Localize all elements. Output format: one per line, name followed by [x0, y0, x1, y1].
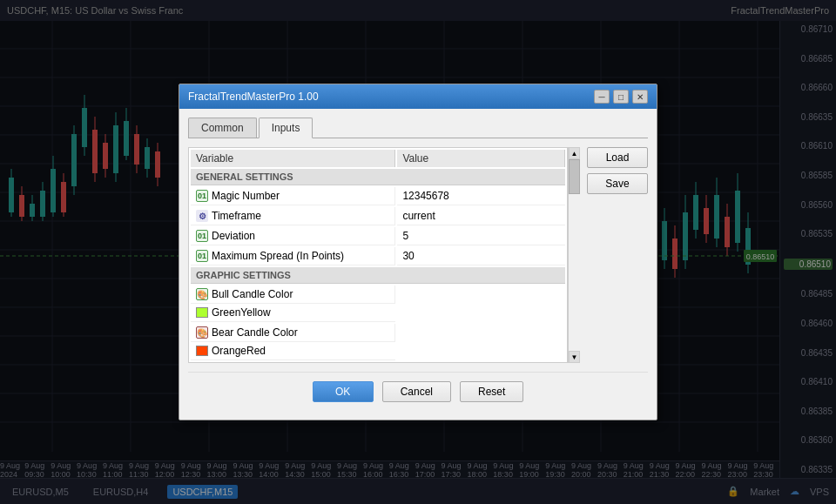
var-icon-palette2: 🎨 [196, 326, 208, 339]
side-buttons: Load Save [587, 147, 648, 363]
tab-common[interactable]: Common [188, 118, 257, 138]
bull-color-value: GreenYellow [212, 306, 271, 319]
bull-color-swatch [196, 307, 208, 318]
var-bear-candle: 🎨 Bear Candle Color [191, 324, 395, 342]
var-bull-candle: 🎨 Bull Candle Color [191, 286, 395, 304]
var-label-bull: Bull Candle Color [212, 288, 293, 300]
var-icon-01b: 01 [196, 230, 208, 242]
var-label-timeframe: Timeframe [212, 210, 261, 222]
var-max-spread: 01 Maximum Spread (In Points) [191, 247, 395, 265]
table-row: ⚙ Timeframe current [191, 207, 565, 225]
var-icon-palette1: 🎨 [196, 288, 208, 300]
var-icon-gear: ⚙ [196, 210, 208, 222]
dialog: FractalTrendMasterPro 1.00 ─ □ ✕ Common … [179, 84, 657, 420]
var-icon-01c: 01 [196, 250, 208, 262]
table-row: 01 Magic Number 12345678 [191, 187, 565, 205]
var-deviation: 01 Deviation [191, 227, 395, 245]
val-deviation[interactable]: 5 [397, 227, 565, 245]
settings-table: Variable Value GENERAL SETTINGS [188, 147, 568, 363]
var-label-magic-number: Magic Number [212, 190, 280, 202]
table-row: 🎨 Bull Candle Color GreenYellow [191, 286, 565, 322]
val-bear-candle[interactable]: OrangeRed [191, 342, 395, 360]
modal-overlay: FractalTrendMasterPro 1.00 ─ □ ✕ Common … [0, 0, 836, 504]
val-timeframe[interactable]: current [397, 207, 565, 225]
table-wrapper: Variable Value GENERAL SETTINGS [188, 147, 580, 363]
scroll-down-button[interactable]: ▼ [569, 351, 580, 363]
table-row: 🎨 Bear Candle Color OrangeRed [191, 324, 565, 360]
scrollbar-thumb[interactable] [569, 159, 580, 194]
var-icon-01: 01 [196, 190, 208, 202]
scroll-up-button[interactable]: ▲ [569, 147, 580, 159]
var-label-deviation: Deviation [212, 230, 255, 242]
dialog-titlebar: FractalTrendMasterPro 1.00 ─ □ ✕ [179, 84, 657, 109]
var-label-bear: Bear Candle Color [212, 326, 298, 339]
col-variable: Variable [191, 150, 395, 167]
save-button[interactable]: Save [587, 173, 648, 194]
dialog-content-row: Variable Value GENERAL SETTINGS [188, 147, 648, 363]
col-value: Value [397, 150, 565, 167]
var-timeframe: ⚙ Timeframe [191, 207, 395, 225]
val-bull-candle[interactable]: GreenYellow [191, 304, 395, 322]
minimize-button[interactable]: ─ [594, 90, 610, 104]
dialog-controls: ─ □ ✕ [594, 90, 648, 104]
close-button[interactable]: ✕ [632, 90, 648, 104]
bear-color-value: OrangeRed [212, 345, 266, 357]
var-label-max-spread: Maximum Spread (In Points) [212, 250, 344, 262]
tab-inputs[interactable]: Inputs [259, 118, 314, 138]
section-general: GENERAL SETTINGS [191, 169, 565, 185]
reset-button[interactable]: Reset [460, 381, 523, 402]
val-magic-number[interactable]: 12345678 [397, 187, 565, 205]
table-row: 01 Deviation 5 [191, 227, 565, 245]
section-graphic: GRAPHIC SETTINGS [191, 267, 565, 284]
tab-bar: Common Inputs [188, 118, 648, 138]
dialog-footer: OK Cancel Reset [188, 372, 648, 411]
var-magic-number: 01 Magic Number [191, 187, 395, 205]
load-button[interactable]: Load [587, 147, 648, 168]
scrollbar-track[interactable]: ▲ ▼ [568, 147, 580, 363]
bear-color-swatch [196, 346, 208, 356]
dialog-body: Common Inputs Variable Value [179, 109, 657, 420]
table-row: 01 Maximum Spread (In Points) 30 [191, 247, 565, 265]
dialog-title: FractalTrendMasterPro 1.00 [188, 91, 319, 103]
settings-area: Variable Value GENERAL SETTINGS [188, 147, 580, 363]
ok-button[interactable]: OK [313, 381, 374, 402]
table-header: Variable Value [191, 150, 565, 167]
cancel-button[interactable]: Cancel [382, 381, 451, 402]
maximize-button[interactable]: □ [613, 90, 629, 104]
val-max-spread[interactable]: 30 [397, 247, 565, 265]
